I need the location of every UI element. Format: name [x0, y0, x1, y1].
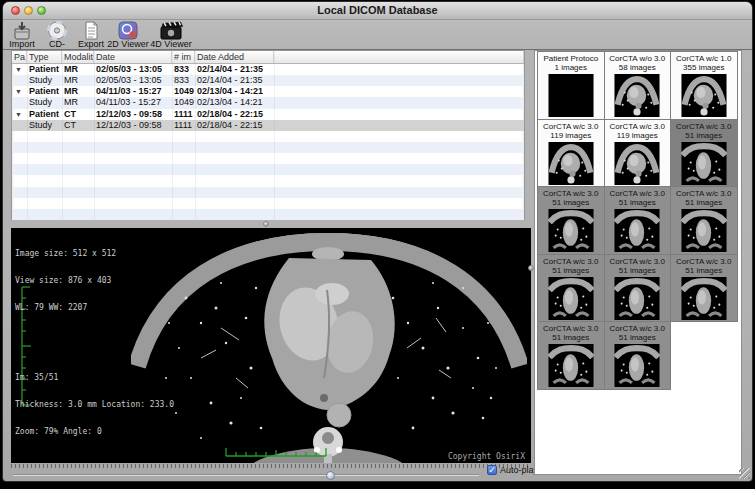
series-image-count: 51 images [538, 198, 604, 207]
disclosure-triangle-icon[interactable] [12, 75, 27, 86]
column-header-pa[interactable]: Pa [12, 51, 27, 63]
series-thumbnail[interactable]: CorCTA w/c 3.0 119 images [605, 120, 672, 188]
series-thumbnail-image [681, 74, 727, 117]
disclosure-triangle-icon[interactable] [12, 198, 27, 209]
disclosure-triangle-icon[interactable]: ▼ [12, 109, 27, 120]
copyright-label: Copyright OsiriX [448, 452, 525, 461]
column-divider [94, 51, 95, 219]
series-image-count: 51 images [538, 266, 604, 275]
column-header-type[interactable]: Type [27, 51, 62, 63]
series-title: CorCTA w/c 3.0 [538, 122, 604, 131]
series-image-count: 119 images [605, 131, 671, 140]
table-row[interactable]: ▼ PatientMR02/05/03 - 13:05 83302/14/04 … [12, 64, 524, 75]
series-thumbnail[interactable]: CorCTA w/c 3.0 51 images [605, 255, 672, 323]
autoplay-checkbox[interactable]: ✓ [487, 465, 497, 475]
column-header-date-added[interactable]: Date Added [195, 51, 274, 63]
column-divider [274, 51, 275, 219]
column-header-im[interactable]: # im [172, 51, 195, 63]
autoplay-control[interactable]: ✓ Auto-play [487, 465, 538, 475]
series-thumbnail[interactable]: CorCTA w/c 1.0 355 images [671, 52, 738, 120]
window-title: Local DICOM Database [3, 4, 752, 16]
disclosure-triangle-icon[interactable] [12, 131, 27, 142]
export-icon [75, 21, 107, 40]
table-row [12, 198, 524, 209]
series-image-count: 1 images [538, 63, 604, 72]
resize-grip[interactable] [739, 468, 750, 479]
series-thumbnail-image [548, 277, 594, 320]
viewer-2d-icon [107, 21, 149, 40]
table-row[interactable]: ▼ PatientMR04/11/03 - 15:27 104902/13/04… [12, 86, 524, 97]
table-row[interactable]: ▼ PatientCT12/12/03 - 09:58 111102/18/04… [12, 109, 524, 120]
slider-track[interactable] [13, 474, 479, 476]
series-thumbnail[interactable]: CorCTA w/c 3.0 119 images [538, 120, 605, 188]
series-thumbnail-image [681, 209, 727, 252]
import-button[interactable]: Import [6, 21, 38, 49]
study-table-header[interactable]: Pa Type Modality Date # im Date Added [12, 51, 524, 64]
viewer-4d-button[interactable]: 4D Viewer [149, 21, 193, 49]
series-thumbnail-image [614, 142, 660, 185]
slider-thumb[interactable] [326, 471, 335, 480]
table-row[interactable]: StudyCT12/12/03 - 09:58 111102/18/04 - 2… [12, 120, 524, 131]
series-image-count: 51 images [605, 198, 671, 207]
series-thumbnail-image [548, 209, 594, 252]
series-thumbnail-image [681, 142, 727, 185]
disclosure-triangle-icon[interactable] [12, 187, 27, 198]
disclosure-triangle-icon[interactable]: ▼ [12, 86, 27, 97]
series-title: CorCTA w/c 1.0 [671, 54, 737, 63]
export-button[interactable]: Export [75, 21, 107, 49]
table-row [12, 153, 524, 164]
column-header-modality[interactable]: Modality [62, 51, 94, 63]
table-row [12, 187, 524, 198]
series-title: CorCTA w/c 3.0 [538, 257, 604, 266]
disclosure-triangle-icon[interactable] [12, 97, 27, 108]
slice-tick-ruler [11, 463, 531, 468]
study-table: Pa Type Modality Date # im Date Added ▼ … [11, 50, 525, 220]
series-thumbnail[interactable]: CorCTA w/c 3.0 51 images [538, 187, 605, 255]
table-row[interactable]: StudyMR02/05/03 - 13:05 83302/14/04 - 21… [12, 75, 524, 86]
series-thumbnail-image [548, 344, 594, 387]
series-title: CorCTA w/c 3.0 [605, 122, 671, 131]
series-thumbnail[interactable]: CorCTA w/c 3.0 51 images [671, 255, 738, 323]
disclosure-triangle-icon[interactable] [12, 175, 27, 186]
series-thumbnail[interactable]: CorCTA w/c 3.0 51 images [605, 187, 672, 255]
table-row [12, 131, 524, 142]
series-image-count: 119 images [538, 131, 604, 140]
disclosure-triangle-icon[interactable] [12, 164, 27, 175]
series-title: CorCTA w/c 3.0 [605, 189, 671, 198]
horizontal-splitter-handle[interactable] [263, 221, 269, 227]
disclosure-triangle-icon[interactable]: ▼ [12, 64, 27, 75]
image-slider[interactable] [13, 471, 479, 479]
disclosure-triangle-icon[interactable] [12, 120, 27, 131]
overlay-image-info: Image size: 512 x 512 View size: 876 x 4… [15, 231, 116, 330]
study-table-body: ▼ PatientMR02/05/03 - 13:05 83302/14/04 … [12, 64, 524, 220]
series-thumbnail-image [614, 74, 660, 117]
titlebar[interactable]: Local DICOM Database [3, 2, 752, 20]
series-thumbnail-image [548, 74, 594, 117]
cdrom-button[interactable]: CD-Rom [40, 21, 74, 49]
overlay-slice-info: Im: 35/51 Thickness: 3.0 mm Location: 23… [15, 355, 174, 454]
series-thumbnail[interactable]: CorCTA w/c 3.0 51 images [605, 322, 672, 390]
series-thumbnail[interactable]: CorCTA w/c 3.0 51 images [538, 255, 605, 323]
series-thumbnail[interactable]: CorCTA w/c 3.0 51 images [538, 322, 605, 390]
ct-axial-image[interactable] [131, 228, 527, 463]
disclosure-triangle-icon[interactable] [12, 153, 27, 164]
cdrom-icon [40, 21, 74, 40]
series-thumbnail[interactable]: CorCTA w/o 3.0 58 images [605, 52, 672, 120]
series-thumbnail[interactable]: Patient Protoco 1 images [538, 52, 605, 120]
image-viewer[interactable]: Image size: 512 x 512 View size: 876 x 4… [11, 228, 531, 463]
viewer-2d-button[interactable]: 2D Viewer [107, 21, 149, 49]
series-image-count: 51 images [605, 333, 671, 342]
series-matrix: Patient Protoco 1 images CorCTA w/o 3.0 … [537, 51, 738, 390]
series-image-count: 51 images [605, 266, 671, 275]
table-row[interactable]: StudyMR04/11/03 - 15:27 104902/13/04 - 1… [12, 97, 524, 108]
column-header-date[interactable]: Date [94, 51, 172, 63]
series-image-count: 58 images [605, 63, 671, 72]
disclosure-triangle-icon[interactable] [12, 142, 27, 153]
series-thumbnail-image [548, 142, 594, 185]
series-thumbnail[interactable]: CorCTA w/c 3.0 51 images [671, 187, 738, 255]
series-title: CorCTA w/c 3.0 [671, 257, 737, 266]
series-title: CorCTA w/c 3.0 [605, 324, 671, 333]
column-divider [62, 51, 63, 219]
series-thumbnail[interactable]: CorCTA w/c 3.0 51 images [671, 120, 738, 188]
disclosure-triangle-icon[interactable] [12, 209, 27, 220]
